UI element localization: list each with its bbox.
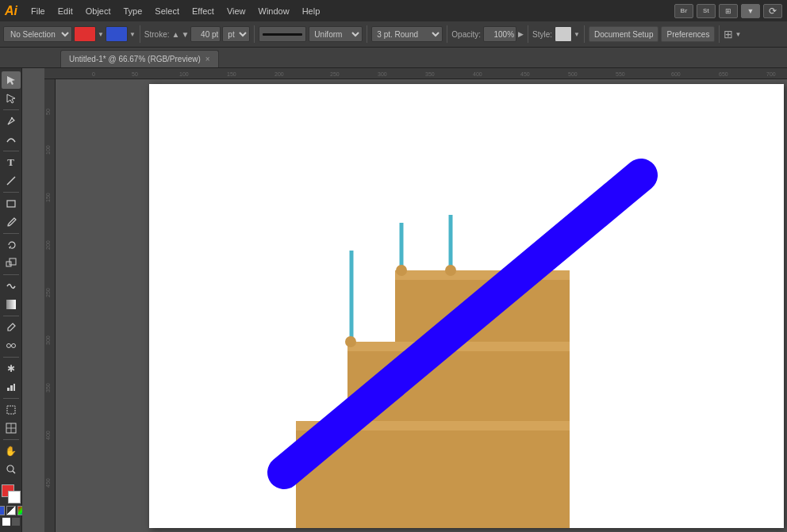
more-icon[interactable]: ▼	[741, 4, 760, 18]
curvature-tool[interactable]	[2, 131, 21, 148]
svg-text:200: 200	[274, 71, 284, 77]
stroke-swatch-box[interactable]	[8, 491, 21, 503]
tab-bar: Untitled-1* @ 66.67% (RGB/Preview) ×	[0, 48, 787, 68]
menu-effect[interactable]: Effect	[186, 5, 220, 17]
stroke-unit-select[interactable]: pt	[222, 26, 250, 42]
menu-file[interactable]: File	[25, 5, 51, 17]
stroke-style-preview[interactable]	[259, 26, 306, 42]
warp-tool[interactable]	[2, 277, 21, 295]
svg-point-10	[11, 344, 15, 348]
color-mode-icon[interactable]	[0, 506, 5, 515]
svg-rect-13	[10, 385, 13, 391]
divider-7	[719, 25, 720, 43]
opacity-input[interactable]	[483, 26, 516, 42]
tool-separator-3	[3, 192, 19, 193]
arrange-icon[interactable]: ⊞	[724, 28, 733, 40]
normal-mode-icon[interactable]	[2, 518, 10, 526]
stroke-uniform-select[interactable]: Uniform	[309, 26, 363, 42]
options-toolbar: No Selection ▼ ▼ Stroke: ▲ ▼ pt Uniform …	[0, 21, 787, 48]
slice-tool[interactable]	[2, 419, 21, 437]
stroke-value-input[interactable]	[190, 26, 221, 42]
preferences-button[interactable]: Preferences	[661, 26, 715, 42]
vertical-ruler: 50 100 150 200 250 300 350 400 450	[44, 79, 56, 532]
tool-separator-8	[3, 398, 19, 399]
full-mode-icon[interactable]	[12, 518, 20, 526]
svg-text:350: 350	[45, 383, 51, 392]
svg-text:450: 450	[520, 71, 530, 77]
stroke-arrow[interactable]: ▼	[129, 31, 136, 38]
stroke-group: Stroke: ▲ ▼ pt	[144, 26, 251, 42]
tool-separator-5	[3, 274, 19, 275]
pen-tool[interactable]	[2, 113, 21, 130]
svg-rect-4	[7, 201, 15, 207]
stroke-line	[263, 33, 302, 36]
canvas-area: 0 50 100 150 200 250 300 350 400 450 500…	[22, 68, 787, 532]
svg-line-20	[13, 471, 15, 473]
opacity-expand[interactable]: ▶	[518, 30, 524, 38]
zoom-tool[interactable]	[2, 461, 21, 478]
menu-view[interactable]: View	[221, 5, 251, 17]
type-tool[interactable]: T	[2, 154, 21, 171]
menu-object[interactable]: Object	[80, 5, 117, 17]
rect-tool[interactable]	[2, 195, 21, 212]
stroke-label: Stroke:	[144, 30, 170, 39]
svg-point-9	[6, 344, 10, 348]
tool-separator-2	[3, 151, 19, 151]
stroke-color-swatch[interactable]	[106, 26, 128, 42]
menu-help[interactable]: Help	[297, 5, 326, 17]
paintbrush-tool[interactable]	[2, 213, 21, 231]
bridge-icon[interactable]: Br	[674, 4, 693, 18]
document-tab[interactable]: Untitled-1* @ 66.67% (RGB/Preview) ×	[60, 50, 219, 67]
gradient-tool[interactable]	[2, 296, 21, 313]
blend-tool[interactable]	[2, 337, 21, 354]
graph-tool[interactable]	[2, 378, 21, 396]
menu-type[interactable]: Type	[118, 5, 148, 17]
style-swatch[interactable]	[555, 26, 572, 42]
direct-selection-tool[interactable]	[2, 90, 21, 107]
svg-text:500: 500	[568, 71, 578, 77]
style-arrow[interactable]: ▼	[574, 31, 580, 38]
tab-title: Untitled-1* @ 66.67% (RGB/Preview)	[69, 55, 201, 63]
document-setup-button[interactable]: Document Setup	[589, 26, 659, 42]
layout-icon[interactable]: ⊞	[719, 4, 738, 18]
svg-rect-6	[6, 262, 11, 266]
tool-separator-9	[3, 439, 19, 440]
screen-mode-row	[2, 518, 20, 526]
svg-text:50: 50	[132, 71, 138, 77]
toolbox: T ✱	[0, 68, 22, 532]
svg-text:700: 700	[766, 71, 776, 77]
menu-window[interactable]: Window	[253, 5, 295, 17]
gradient-mode-icon[interactable]	[6, 506, 16, 515]
selection-dropdown[interactable]: No Selection	[3, 26, 72, 42]
hand-tool[interactable]: ✋	[2, 442, 21, 460]
stroke-up-arrow[interactable]: ▲	[172, 30, 180, 39]
style-label: Style:	[532, 30, 552, 39]
arrange-arrow[interactable]: ▼	[735, 31, 741, 38]
fill-arrow[interactable]: ▼	[98, 31, 104, 38]
menu-edit[interactable]: Edit	[52, 5, 79, 17]
symbol-tool[interactable]: ✱	[2, 360, 21, 377]
artboard-tool[interactable]	[2, 401, 21, 419]
stroke-cap-select[interactable]: 3 pt. Round	[371, 26, 443, 42]
menu-select[interactable]: Select	[149, 5, 185, 17]
svg-text:100: 100	[179, 71, 189, 77]
stroke-down-arrow[interactable]: ▼	[181, 30, 189, 39]
svg-rect-12	[7, 388, 10, 391]
svg-text:600: 600	[671, 71, 681, 77]
fill-color-swatch[interactable]	[74, 26, 96, 42]
svg-text:150: 150	[227, 71, 236, 77]
svg-text:550: 550	[616, 71, 625, 77]
scale-tool[interactable]	[2, 255, 21, 272]
svg-text:300: 300	[378, 71, 387, 77]
eyedropper-tool[interactable]	[2, 319, 21, 336]
svg-text:450: 450	[45, 478, 51, 488]
menu-bar: Ai File Edit Object Type Select Effect V…	[0, 0, 787, 21]
line-tool[interactable]	[2, 172, 21, 189]
rotate-tool[interactable]	[2, 236, 21, 254]
close-tab-button[interactable]: ×	[205, 55, 210, 63]
artwork	[149, 84, 784, 528]
stock-icon[interactable]: St	[697, 4, 716, 18]
selection-tool[interactable]	[2, 71, 21, 89]
sync-icon[interactable]: ⟳	[763, 4, 782, 18]
svg-text:200: 200	[45, 240, 51, 250]
